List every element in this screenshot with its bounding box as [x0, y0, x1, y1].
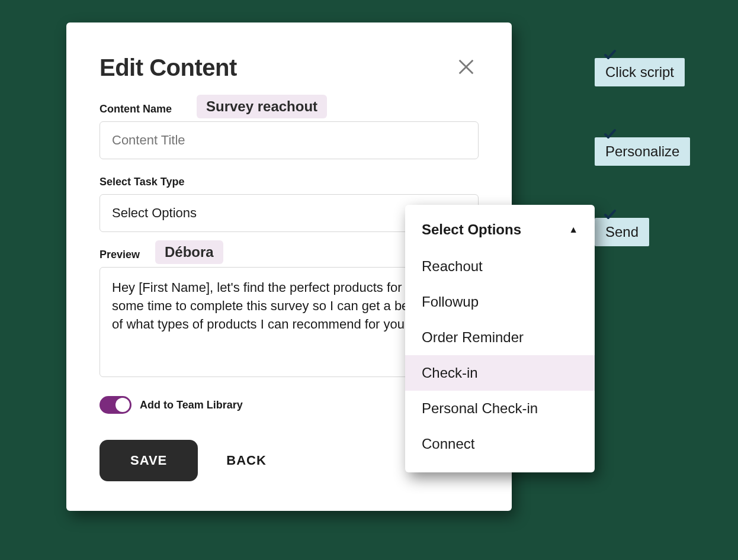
content-name-suggestion-pill[interactable]: Survey reachout: [197, 95, 327, 118]
checkmark-icon: [602, 207, 618, 225]
close-button[interactable]: [454, 54, 479, 82]
team-library-toggle[interactable]: [100, 396, 131, 414]
dropdown-header[interactable]: Select Options ▲: [405, 215, 595, 249]
dropdown-option[interactable]: Followup: [405, 284, 595, 320]
step-label: Send: [605, 224, 638, 240]
dropdown-list: ReachoutFollowupOrder ReminderCheck-inPe…: [405, 249, 595, 462]
step-tag-send: Send: [595, 218, 649, 246]
task-type-selected-value: Select Options: [112, 205, 197, 221]
checkmark-icon: [602, 127, 618, 144]
task-type-dropdown: Select Options ▲ ReachoutFollowupOrder R…: [405, 205, 595, 472]
team-library-toggle-label: Add to Team Library: [140, 399, 243, 411]
preview-name-pill[interactable]: Débora: [155, 240, 223, 264]
dropdown-option[interactable]: Order Reminder: [405, 320, 595, 355]
dropdown-option[interactable]: Personal Check-in: [405, 391, 595, 426]
content-name-group: Content Name Survey reachout: [100, 103, 479, 159]
checkmark-icon: [602, 47, 618, 65]
step-label: Click script: [605, 64, 674, 80]
modal-title: Edit Content: [100, 54, 237, 81]
step-label: Personalize: [605, 143, 679, 159]
close-icon: [456, 57, 476, 77]
content-name-input[interactable]: [100, 121, 479, 159]
save-button[interactable]: SAVE: [100, 440, 198, 481]
back-button[interactable]: BACK: [226, 453, 267, 468]
task-type-label: Select Task Type: [100, 176, 479, 188]
dropdown-option[interactable]: Check-in: [405, 355, 595, 391]
toggle-knob: [115, 398, 130, 412]
dropdown-option[interactable]: Connect: [405, 426, 595, 462]
step-tag-personalize: Personalize: [595, 137, 690, 166]
caret-up-icon: ▲: [569, 224, 578, 235]
dropdown-header-label: Select Options: [422, 221, 521, 238]
dropdown-option[interactable]: Reachout: [405, 249, 595, 284]
step-tag-click-script: Click script: [595, 58, 685, 86]
modal-header: Edit Content: [100, 54, 479, 82]
